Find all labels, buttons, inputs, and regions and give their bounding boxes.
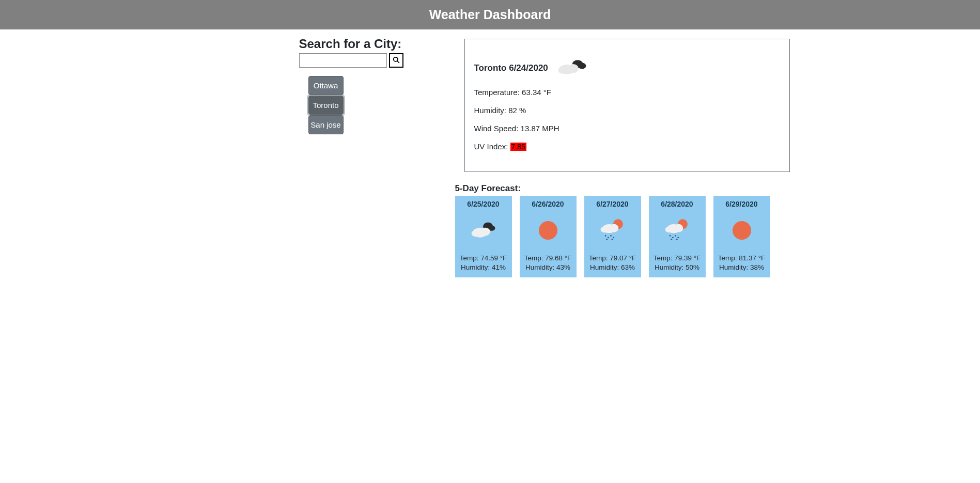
svg-point-22 (611, 239, 613, 240)
svg-point-17 (604, 235, 606, 237)
svg-point-12 (539, 221, 557, 240)
sun-icon (521, 214, 575, 246)
history-item-toronto[interactable]: Toronto (308, 96, 344, 115)
svg-point-20 (613, 237, 614, 238)
current-title-row: Toronto 6/24/2020 (474, 58, 780, 79)
forecast-row: 6/25/2020 Temp: 74.59 °FHumidity: 41%6/2… (455, 196, 842, 277)
svg-point-26 (665, 226, 673, 232)
forecast-humidity: Humidity: 43% (521, 263, 575, 272)
current-temperature: Temperature: 63.34 °F (474, 88, 780, 97)
forecast-card: 6/26/2020 Temp: 79.68 °FHumidity: 43% (520, 196, 577, 277)
forecast-date: 6/28/2020 (650, 200, 705, 208)
current-city: Toronto (474, 63, 507, 73)
current-city-date: Toronto 6/24/2020 (474, 63, 548, 73)
app-header: Weather Dashboard (0, 0, 980, 29)
forecast-date: 6/25/2020 (456, 200, 511, 208)
rain-sun-icon (650, 214, 705, 246)
svg-point-33 (733, 221, 751, 240)
history-item-ottawa[interactable]: Ottawa (308, 76, 344, 95)
svg-point-27 (669, 235, 671, 237)
svg-point-5 (568, 64, 579, 73)
uv-index-badge: 7.85 (510, 143, 526, 151)
svg-point-19 (610, 235, 612, 237)
forecast-temp: Temp: 79.68 °F (521, 254, 575, 263)
svg-point-16 (600, 226, 609, 232)
svg-point-3 (578, 63, 586, 69)
clouds-icon (556, 58, 587, 79)
forecast-card: 6/28/2020 Temp: 79.39 °FHumidity: 50% (649, 196, 706, 277)
svg-point-11 (471, 230, 479, 237)
search-row (299, 53, 464, 68)
forecast-humidity: Humidity: 63% (585, 263, 640, 272)
current-uv: UV Index: 7.85 (474, 142, 780, 151)
svg-point-21 (606, 239, 608, 240)
search-icon (393, 56, 400, 65)
sun-icon (714, 214, 769, 246)
svg-point-10 (480, 228, 490, 236)
search-button[interactable] (389, 53, 403, 68)
svg-point-6 (558, 67, 567, 74)
cloud-sun-dark-icon (456, 214, 511, 246)
current-weather-card: Toronto 6/24/2020 Temperature: 63.34 °F (464, 39, 790, 172)
main-container: Search for a City: OttawaTorontoSan jose… (129, 29, 852, 277)
forecast-title: 5-Day Forecast: (455, 183, 842, 194)
forecast-humidity: Humidity: 41% (456, 263, 511, 272)
forecast-temp: Temp: 74.59 °F (456, 254, 511, 263)
forecast-date: 6/26/2020 (521, 200, 575, 208)
forecast-temp: Temp: 79.39 °F (650, 254, 705, 263)
history-item-san-jose[interactable]: San jose (308, 115, 344, 134)
current-humidity: Humidity: 82 % (474, 106, 780, 115)
svg-point-30 (677, 237, 679, 238)
svg-point-28 (672, 237, 673, 238)
search-column: Search for a City: OttawaTorontoSan jose (299, 29, 464, 135)
search-title: Search for a City: (299, 37, 464, 51)
forecast-card: 6/25/2020 Temp: 74.59 °FHumidity: 41% (455, 196, 512, 277)
forecast-card: 6/29/2020 Temp: 81.37 °FHumidity: 38% (713, 196, 770, 277)
rain-sun-icon (585, 214, 640, 246)
forecast-humidity: Humidity: 38% (714, 263, 769, 272)
city-search-input[interactable] (299, 53, 387, 68)
forecast-temp: Temp: 81.37 °F (714, 254, 769, 263)
svg-point-0 (393, 57, 397, 61)
svg-point-15 (609, 224, 618, 232)
forecast-temp: Temp: 79.07 °F (585, 254, 640, 263)
results-column: Toronto 6/24/2020 Temperature: 63.34 °F (464, 29, 842, 277)
current-date: 6/24/2020 (509, 63, 548, 73)
forecast-humidity: Humidity: 50% (650, 263, 705, 272)
svg-point-18 (607, 237, 609, 238)
svg-point-31 (671, 239, 672, 240)
app-title: Weather Dashboard (429, 7, 551, 22)
search-history: OttawaTorontoSan jose (308, 76, 344, 134)
svg-point-32 (676, 239, 677, 240)
forecast-date: 6/27/2020 (585, 200, 640, 208)
forecast-date: 6/29/2020 (714, 200, 769, 208)
svg-point-29 (675, 235, 676, 237)
current-wind: Wind Speed: 13.87 MPH (474, 124, 780, 133)
svg-point-25 (674, 224, 682, 232)
svg-line-1 (397, 60, 399, 63)
forecast-card: 6/27/2020 Temp: 79.07 °FHumidity: 63% (584, 196, 641, 277)
